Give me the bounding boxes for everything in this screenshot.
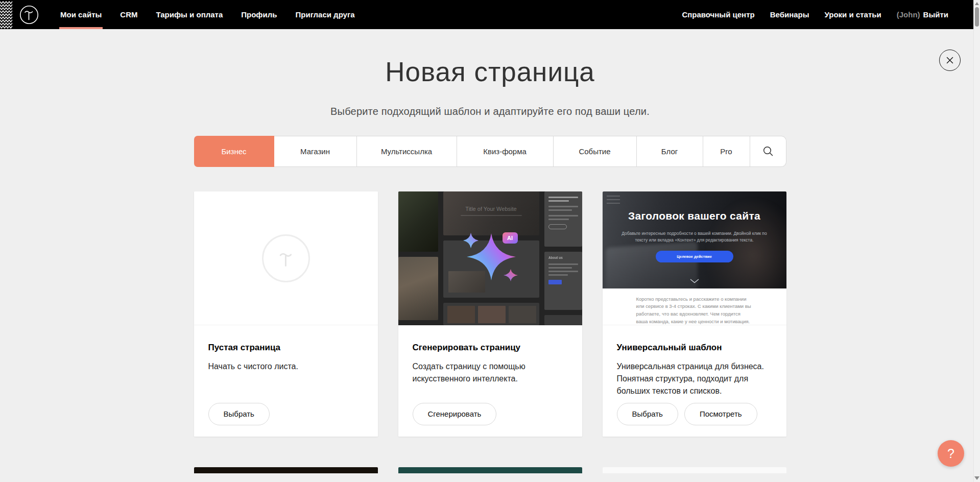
nav-crm[interactable]: CRM [111,0,147,29]
choose-button[interactable]: Выбрать [617,403,678,425]
template-card-partial[interactable] [194,467,378,473]
new-page-dialog: Новая страница Выберите подходящий шабло… [0,0,980,473]
page-subtitle: Выберите подходящий шаблон и адаптируйте… [0,106,980,117]
mock-photo [447,306,475,323]
mock-cta-button: Целевое действие [656,251,733,262]
close-button[interactable] [939,50,961,71]
tab-blog[interactable]: Блог [637,136,703,167]
tab-pro[interactable]: Pro [703,136,750,167]
collage-photo-tile [544,315,582,325]
ai-generate-preview[interactable]: Title of Your Website [398,191,582,325]
nav-webinars-label: Вебинары [770,10,809,19]
logout-label: Выйти [923,10,948,19]
tab-event[interactable]: Событие [554,136,637,167]
nav-crm-label: CRM [120,10,137,19]
tilda-logo-icon[interactable] [19,5,39,25]
nav-invite-friend-label: Пригласи друга [295,10,354,19]
card-text-panel: Пустая страница Начать с чистого листа. … [194,325,378,437]
user-name: (John) [897,10,920,19]
mock-photo [478,306,506,323]
tilda-watermark-icon [262,234,310,282]
tab-multilink[interactable]: Мультиссылка [357,136,457,167]
template-cards-row: Пустая страница Начать с чистого листа. … [194,191,786,437]
next-template-row [194,467,786,473]
template-category-tabs: Бизнес Магазин Мультиссылка Квиз-форма С… [194,136,786,167]
collage-about-tile: About us [544,252,582,310]
tab-store[interactable]: Магазин [274,136,357,167]
nav-help-center-label: Справочный центр [682,10,754,19]
page-title: Новая страница [0,58,980,86]
top-nav-bar: Мои сайты CRM Тарифы и оплата Профиль Пр… [0,0,973,29]
chevron-down-icon [690,279,699,283]
nav-my-sites[interactable]: Мои сайты [51,0,111,29]
nav-lessons-label: Уроки и статьи [825,10,881,19]
nav-profile-label: Профиль [241,10,277,19]
tab-business[interactable]: Бизнес [194,136,274,167]
collage-site-hero-tile: Title of Your Website [443,191,539,235]
mock-site-subtitle-bar [461,215,522,216]
collage-photo-tile [398,257,438,320]
tab-quiz-form[interactable]: Квиз-форма [457,136,554,167]
primary-nav: Мои сайты CRM Тарифы и оплата Профиль Пр… [51,0,364,29]
nav-logout[interactable]: (John) Выйти [889,0,956,29]
universal-template-preview[interactable]: Заголовок вашего сайта Добавьте интересн… [603,191,786,325]
nav-my-sites-label: Мои сайты [60,10,102,19]
mock-hero-caption: Добавьте интересные подробности о вашей … [619,230,770,244]
card-text-panel: Универсальный шаблон Универсальная стран… [603,325,786,437]
active-nav-underline [59,27,103,29]
card-title: Сгенерировать страницу [413,343,568,353]
card-text-panel: Сгенерировать страницу Создать страницу … [398,325,582,437]
mock-hero-title: Заголовок вашего сайта [603,210,786,222]
template-body-section: Коротко представьтесь и расскажите о ком… [603,296,786,325]
mock-about-label: About us [548,256,576,260]
generate-button[interactable]: Сгенерировать [413,403,497,425]
scroll-down-icon[interactable] [974,476,979,480]
template-card-partial[interactable] [603,467,786,473]
ai-badge: AI [503,232,518,244]
card-description: Начать с чистого листа. [208,360,362,373]
nav-webinars[interactable]: Вебинары [762,0,817,29]
nav-tariffs[interactable]: Тарифы и оплата [147,0,232,29]
view-button[interactable]: Посмотреть [684,403,757,425]
nav-invite-friend[interactable]: Пригласи друга [286,0,364,29]
card-universal-template: Заголовок вашего сайта Добавьте интересн… [603,191,786,437]
scroll-up-icon[interactable] [975,2,979,5]
mock-site-title: Title of Your Website [443,191,539,212]
mock-button [548,280,562,284]
mock-button [548,224,567,229]
nav-profile[interactable]: Профиль [232,0,286,29]
card-ai-generate: Title of Your Website [398,191,582,437]
choose-button[interactable]: Выбрать [208,403,270,425]
card-title: Пустая страница [208,343,364,353]
template-hero-section: Заголовок вашего сайта Добавьте интересн… [603,191,786,288]
vertical-scrollbar[interactable] [973,0,980,482]
tab-search[interactable] [750,136,786,167]
mock-body-text: Коротко представьтесь и расскажите о ком… [636,296,754,325]
mock-laptop-shape [606,241,698,288]
mock-list-lines [607,196,620,206]
nav-lessons[interactable]: Уроки и статьи [817,0,889,29]
template-card-partial[interactable] [398,467,582,473]
zigzag-pattern-icon [0,0,13,29]
card-description: Универсальная страница для бизнеса. Поня… [617,360,770,397]
secondary-nav: Справочный центр Вебинары Уроки и статьи… [674,0,956,29]
collage-photo-tile [398,191,438,252]
collage-site-tile [443,303,539,325]
scrollbar-thumb[interactable] [975,7,979,27]
blank-page-preview[interactable] [194,191,378,325]
card-blank-page: Пустая страница Начать с чистого листа. … [194,191,378,437]
search-icon [762,146,774,157]
card-description: Создать страницу с помощью искусственног… [413,360,566,385]
close-icon [946,56,954,64]
mock-photo [509,306,536,323]
help-button[interactable]: ? [938,440,964,467]
collage-text-card-tile [544,191,582,247]
nav-tariffs-label: Тарифы и оплата [156,10,223,19]
card-title: Универсальный шаблон [617,343,772,353]
nav-help-center[interactable]: Справочный центр [674,0,762,29]
